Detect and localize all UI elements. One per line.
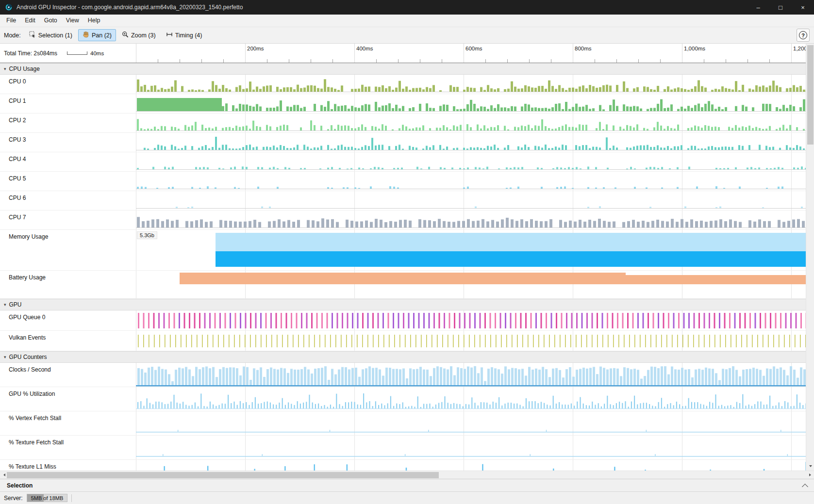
track-chart-cpu-0[interactable] [136,75,814,94]
track-label: Battery Usage [0,271,136,298]
track-cpu-5: CPU 5 [0,172,814,191]
track-chart-vulkan-events[interactable] [136,331,814,351]
track-chart-clocks-second[interactable] [136,363,814,387]
track-chart-cpu-3[interactable] [136,133,814,152]
ruler-minor-tick [180,59,180,63]
track-chart-svg [136,211,814,229]
track-chart-vertex-fetch-stall[interactable] [136,411,814,435]
triangle-left-icon [3,473,5,476]
app-window: Android GPU Inspector - com.google.andro… [0,0,814,504]
track-label: Vulkan Events [0,331,136,351]
group-label: GPU Counters [9,354,47,360]
ruler-ticks[interactable]: 200ms400ms600ms800ms1,000ms1,200ms [136,44,814,63]
selection-panel-title: Selection [7,482,33,489]
vertical-scrollbar-thumb[interactable] [807,45,814,145]
timing-mode-button[interactable]: Timing (4) [162,29,207,41]
track-chart-cpu-5[interactable] [136,172,814,191]
track-label: CPU 4 [0,152,136,171]
selection-panel-header[interactable]: Selection [0,479,814,491]
track-chart-cpu-1[interactable] [136,94,814,113]
track-chart-svg [136,94,814,113]
track-chart-svg [136,230,814,270]
help-icon: ? [799,31,807,39]
track-chart-cpu-7[interactable] [136,211,814,229]
ruler-time-label: 400ms [356,46,373,51]
horizontal-scrollbar-thumb[interactable] [7,472,439,478]
ruler-minor-tick [485,59,486,63]
pan-mode-button[interactable]: Pan (2) [78,29,116,41]
group-label: GPU [9,301,22,308]
close-button[interactable]: × [792,0,814,15]
ruler-minor-tick [398,59,399,63]
ruler-time-label: 1,000ms [684,46,705,51]
maximize-button[interactable]: □ [769,0,792,15]
zoom-mode-button[interactable]: Zoom (3) [117,29,160,41]
help-button[interactable]: ? [797,29,810,42]
track-label: CPU 6 [0,191,136,210]
scroll-down-arrow[interactable] [806,463,814,470]
ruler-minor-tick [551,59,551,63]
menu-help[interactable]: Help [83,15,105,27]
group-header-cpu-usage[interactable]: ▾CPU Usage [0,63,814,75]
track-battery-usage: Battery Usage [0,271,814,299]
ruler-minor-tick [748,59,748,63]
track-label: GPU % Utilization [0,387,136,411]
scroll-right-arrow[interactable] [806,471,814,479]
track-label: Clocks / Second [0,363,136,387]
track-chart-gpu-queue-0[interactable] [136,310,814,330]
pan-mode-label: Pan (2) [92,32,112,39]
track-chart-cpu-2[interactable] [136,114,814,132]
ruler-minor-tick [311,59,311,63]
track-label: CPU 1 [0,94,136,113]
track-chart-svg [136,387,814,411]
collapse-triangle-icon: ▾ [4,355,6,359]
ruler-minor-tick [376,59,377,63]
menubar: File Edit Goto View Help [0,15,814,27]
ruler-minor-tick [201,59,202,63]
track-chart-gpu-utilization[interactable] [136,387,814,411]
total-time-label: Total Time: 2s084ms [4,50,57,57]
triangle-right-icon [809,473,811,476]
server-label: Server: [4,495,23,502]
track-chart-svg [136,191,814,210]
mode-toolbar: Mode: Selection (1) [0,27,814,44]
track-chart-texture-l1-miss[interactable] [136,460,814,471]
minimize-button[interactable]: – [747,0,769,15]
track-cpu-4: CPU 4 [0,152,814,172]
collapse-triangle-icon: ▾ [4,302,6,307]
menu-edit[interactable]: Edit [20,15,40,27]
track-label: CPU 5 [0,172,136,191]
menu-file[interactable]: File [2,15,20,27]
track-chart-svg [136,133,814,152]
ruler-minor-tick [769,59,770,63]
track-label: GPU Queue 0 [0,310,136,330]
group-header-gpu[interactable]: ▾GPU [0,299,814,310]
ruler-major-tick [573,44,573,63]
track-chart-texture-fetch-stall[interactable] [136,436,814,459]
track-chart-memory-usage[interactable]: 5.3Gb [136,230,814,270]
track-chart-cpu-4[interactable] [136,152,814,171]
track-chart-battery-usage[interactable] [136,271,814,298]
selection-mode-button[interactable]: Selection (1) [25,29,77,41]
server-memory-badge: 5MB of 18MB [27,494,68,502]
menu-goto[interactable]: Goto [40,15,62,27]
track-label: % Texture Fetch Stall [0,436,136,459]
ruler-minor-tick [442,59,442,63]
vertical-scrollbar[interactable] [806,44,814,471]
ruler-minor-tick [616,59,617,63]
horizontal-scrollbar[interactable] [0,471,814,479]
menu-view[interactable]: View [62,15,83,27]
track-label: CPU 3 [0,133,136,152]
track-label: CPU 7 [0,211,136,229]
track-chart-cpu-6[interactable] [136,191,814,210]
ruler-major-tick [354,44,355,63]
ruler-minor-tick [726,59,726,63]
track-vulkan-events: Vulkan Events [0,331,814,351]
ruler-minor-tick [420,59,420,63]
group-header-gpu-counters[interactable]: ▾GPU Counters [0,351,814,363]
status-divider [71,494,72,502]
track-label: CPU 0 [0,75,136,94]
status-bar: Server: 5MB of 18MB [0,491,814,504]
chevron-up-icon[interactable] [802,484,808,490]
ruler-major-tick [245,44,246,63]
